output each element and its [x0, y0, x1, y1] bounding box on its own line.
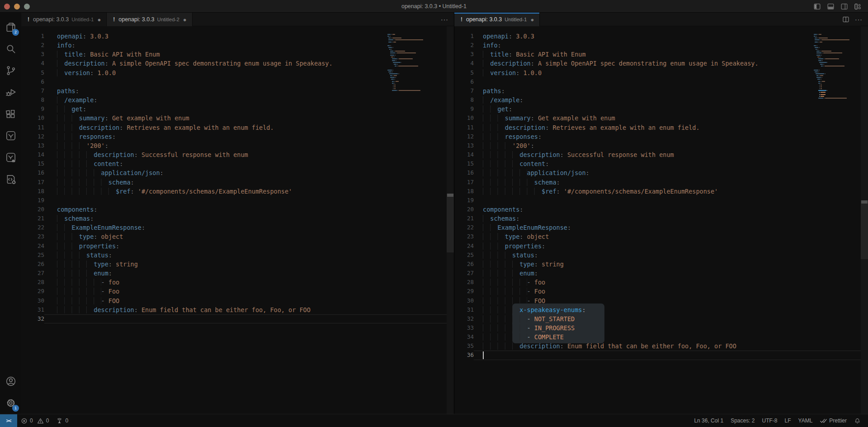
code-line-7[interactable]: 7paths:	[454, 86, 861, 95]
code-line-5[interactable]: 5 version: 1.0.0	[21, 68, 447, 77]
status-remote-indicator[interactable]: ><	[0, 414, 17, 427]
vertical-scrollbar[interactable]	[447, 26, 454, 414]
code-line-11[interactable]: 11 description: Retrieves an example wit…	[454, 123, 861, 132]
code-line-36[interactable]: 36	[454, 351, 861, 360]
code-line-24[interactable]: 24 properties:	[454, 242, 861, 251]
code-line-4[interactable]: 4 description: A simple OpenAPI spec dem…	[454, 59, 861, 68]
split-editor-icon[interactable]	[842, 16, 849, 23]
code-line-23[interactable]: 23 type: object	[454, 232, 861, 241]
dirty-indicator-icon[interactable]: ●	[530, 16, 534, 23]
code-line-1[interactable]: 1openapi: 3.0.3	[454, 32, 861, 41]
code-line-35[interactable]: 35 description: Enum field that can be e…	[454, 342, 861, 351]
code-line-1[interactable]: 1openapi: 3.0.3	[21, 32, 447, 41]
code-line-22[interactable]: 22 ExampleEnumResponse:	[21, 223, 447, 232]
code-line-20[interactable]: 20components:	[454, 205, 861, 214]
code-line-3[interactable]: 3 title: Basic API with Enum	[454, 50, 861, 59]
status-encoding[interactable]: UTF-8	[759, 414, 781, 427]
code-line-28[interactable]: 28 - foo	[21, 278, 447, 287]
zoom-window-button[interactable]	[24, 4, 30, 9]
activity-bar-item-source-control[interactable]	[0, 60, 21, 81]
activity-bar-item-accounts[interactable]	[0, 370, 21, 392]
code-line-16[interactable]: 16 application/json:	[21, 168, 447, 177]
code-line-13[interactable]: 13 '200':	[21, 141, 447, 150]
code-line-21[interactable]: 21 schemas:	[21, 214, 447, 223]
tab-untitled-1[interactable]: !openapi: 3.0.3Untitled-1●	[21, 13, 107, 26]
code-line-25[interactable]: 25 status:	[454, 251, 861, 260]
code-line-17[interactable]: 17 schema:	[454, 178, 861, 187]
code-line-9[interactable]: 9 get:	[21, 104, 447, 114]
activity-bar-item-extension-speakeasy[interactable]	[0, 125, 21, 147]
minimap[interactable]	[814, 33, 852, 101]
status-eol-sequence[interactable]: LF	[781, 414, 795, 427]
code-line-14[interactable]: 14 description: Successful response with…	[21, 150, 447, 159]
code-line-13[interactable]: 13 '200':	[454, 141, 861, 150]
code-line-3[interactable]: 3 title: Basic API with Enum	[21, 50, 447, 59]
code-line-7[interactable]: 7paths:	[21, 86, 447, 95]
tab-untitled-1[interactable]: !openapi: 3.0.3Untitled-1●	[454, 13, 540, 26]
status-language-mode[interactable]: YAML	[795, 414, 816, 427]
code-line-21[interactable]: 21 schemas:	[454, 214, 861, 223]
code-line-4[interactable]: 4 description: A simple OpenAPI spec dem…	[21, 59, 447, 68]
code-line-27[interactable]: 27 enum:	[454, 269, 861, 278]
code-line-10[interactable]: 10 summary: Get example with enum	[21, 114, 447, 123]
toggle-primary-sidebar-icon[interactable]	[813, 3, 821, 10]
code-line-19[interactable]: 19	[454, 196, 861, 205]
code-line-5[interactable]: 5 version: 1.0.0	[454, 68, 861, 77]
code-line-28[interactable]: 28 - foo	[454, 278, 861, 287]
close-window-button[interactable]	[4, 4, 10, 9]
code-line-17[interactable]: 17 schema:	[21, 178, 447, 187]
code-line-8[interactable]: 8 /example:	[454, 95, 861, 104]
editor-pane[interactable]: 1openapi: 3.0.32info:3 title: Basic API …	[21, 26, 454, 414]
code-line-6[interactable]: 6	[21, 77, 447, 86]
status-formatter[interactable]: Prettier	[816, 414, 850, 427]
code-line-16[interactable]: 16 application/json:	[454, 168, 861, 177]
vertical-scrollbar[interactable]	[861, 26, 868, 414]
dirty-indicator-icon[interactable]: ●	[97, 16, 101, 23]
code-line-15[interactable]: 15 content:	[21, 159, 447, 168]
code-line-34[interactable]: 34 - COMPLETE	[454, 332, 861, 342]
code-line-22[interactable]: 22 ExampleEnumResponse:	[454, 223, 861, 232]
code-line-29[interactable]: 29 - Foo	[21, 287, 447, 296]
code-line-31[interactable]: 31 description: Enum field that can be e…	[21, 305, 447, 314]
code-line-33[interactable]: 33 - IN_PROGRESS	[454, 323, 861, 332]
status-notifications[interactable]	[850, 414, 864, 427]
code-line-19[interactable]: 19	[21, 196, 447, 205]
code-line-18[interactable]: 18 $ref: '#/components/schemas/ExampleEn…	[454, 187, 861, 196]
code-line-18[interactable]: 18 $ref: '#/components/schemas/ExampleEn…	[21, 187, 447, 196]
code-line-9[interactable]: 9 get:	[454, 104, 861, 114]
code-line-2[interactable]: 2info:	[454, 41, 861, 50]
code-line-32[interactable]: 32 - NOT_STARTED	[454, 314, 861, 323]
code-line-8[interactable]: 8 /example:	[21, 95, 447, 104]
code-line-15[interactable]: 15 content:	[454, 159, 861, 168]
code-line-20[interactable]: 20components:	[21, 205, 447, 214]
code-line-26[interactable]: 26 type: string	[21, 260, 447, 269]
more-actions-icon[interactable]: ···	[441, 16, 448, 23]
code-line-31[interactable]: 31 x-speakeasy-enums:	[454, 305, 861, 314]
status-ports[interactable]: 0	[52, 414, 72, 427]
status-problems[interactable]: 00	[17, 414, 52, 427]
minimap[interactable]	[387, 33, 425, 94]
code-line-10[interactable]: 10 summary: Get example with enum	[454, 114, 861, 123]
code-line-27[interactable]: 27 enum:	[21, 269, 447, 278]
code-line-24[interactable]: 24 properties:	[21, 242, 447, 251]
minimize-window-button[interactable]	[14, 4, 20, 9]
status-indentation[interactable]: Spaces: 2	[727, 414, 758, 427]
code-line-32[interactable]: 32	[21, 314, 447, 323]
activity-bar-item-extension-speakeasy-cloud[interactable]	[0, 147, 21, 168]
code-line-12[interactable]: 12 responses:	[21, 132, 447, 141]
more-actions-icon[interactable]: ···	[855, 16, 863, 23]
code-line-12[interactable]: 12 responses:	[454, 132, 861, 141]
dirty-indicator-icon[interactable]: ●	[183, 16, 187, 23]
code-line-30[interactable]: 30 - FOO	[454, 296, 861, 305]
editor-group-sash[interactable]	[454, 13, 454, 414]
activity-bar-item-search[interactable]	[0, 38, 21, 60]
code-line-11[interactable]: 11 description: Retrieves an example wit…	[21, 123, 447, 132]
activity-bar-item-extension-api-tools[interactable]	[0, 168, 21, 190]
activity-bar-item-run-and-debug[interactable]	[0, 81, 21, 103]
code-line-25[interactable]: 25 status:	[21, 251, 447, 260]
code-line-30[interactable]: 30 - FOO	[21, 296, 447, 305]
code-line-2[interactable]: 2info:	[21, 41, 447, 50]
customize-layout-icon[interactable]	[854, 3, 862, 10]
activity-bar-item-manage[interactable]: 1	[0, 392, 21, 414]
tab-untitled-2[interactable]: !openapi: 3.0.3Untitled-2●	[107, 13, 192, 26]
